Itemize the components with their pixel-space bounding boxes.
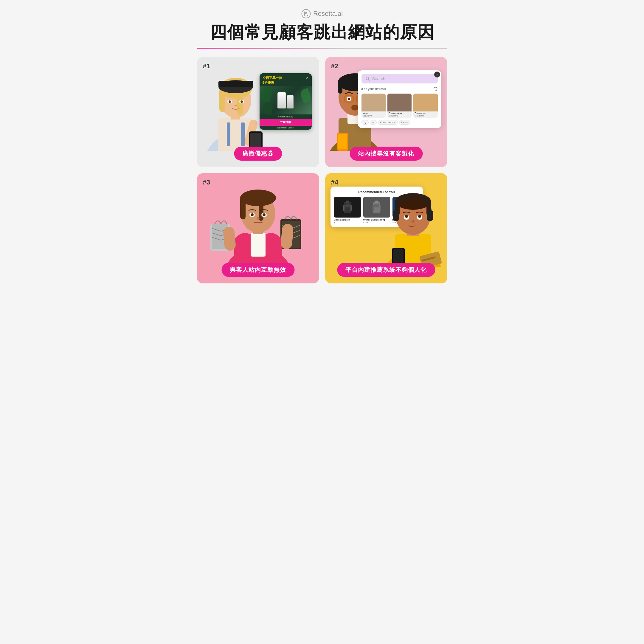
rec-product-1-price: $551 [334, 221, 361, 224]
svg-line-39 [368, 80, 370, 81]
svg-rect-65 [373, 205, 374, 211]
rec-item-2-img [387, 94, 412, 111]
search-bar[interactable]: Search × [361, 74, 438, 83]
leaf-deco-1 [260, 86, 274, 104]
popup-ad-title: 今日下單一律 9折優惠 [263, 76, 282, 85]
rec-item-1-price: NT$2,000 [361, 115, 386, 118]
popup-series: New Mask Series [260, 126, 312, 130]
logo-text: Rosetta.ai [313, 10, 343, 18]
rec-product-1-img [334, 197, 361, 218]
card-4-number: #4 [331, 179, 338, 186]
refresh-icon [433, 86, 438, 91]
card-2-number: #2 [331, 62, 338, 70]
svg-rect-58 [344, 202, 351, 213]
card-1-inner: #1 [197, 57, 319, 167]
logo-icon [301, 9, 311, 18]
rec-header: d on your interests [361, 86, 438, 91]
svg-point-55 [257, 217, 260, 220]
card-3-inner: #3 [197, 173, 319, 283]
tag-cotton: Cotton Hoodie [378, 120, 398, 125]
search-icon [365, 76, 370, 81]
card-1: #1 [197, 57, 319, 167]
svg-rect-27 [338, 82, 342, 94]
svg-rect-61 [350, 205, 352, 211]
card-4: #4 Recommended For You [325, 173, 447, 283]
popup-brand: Forest Beauty [260, 114, 312, 119]
svg-point-14 [240, 100, 243, 103]
main-title: 四個常見顧客跳出網站的原因 [197, 23, 447, 42]
rec-product-1: Black Backpack $551 [334, 197, 361, 223]
svg-rect-59 [346, 201, 349, 203]
rec-item-3-price: NT$2,000 [413, 115, 437, 118]
svg-rect-7 [219, 88, 225, 112]
svg-point-84 [405, 215, 408, 218]
card-1-number: #1 [203, 62, 210, 70]
tag-ng: ng [361, 120, 369, 125]
rec-item-3-img [413, 94, 437, 111]
bottle-2 [287, 95, 294, 108]
person-3-container [204, 173, 312, 267]
card-2-label: 站內搜尋沒有客製化 [350, 147, 423, 161]
person-4-container [374, 173, 447, 267]
rec-item-2-price: NT$2,000 [387, 115, 412, 118]
leaf-deco-3 [263, 102, 273, 115]
rec-item-1-name: name [361, 111, 386, 115]
header: Rosetta.ai 四個常見顧客跳出網站的原因 [197, 9, 447, 42]
rec-item-1-img [361, 94, 386, 111]
search-close-button[interactable]: × [434, 72, 440, 77]
card-4-inner: #4 Recommended For You [325, 173, 447, 283]
svg-rect-10 [218, 81, 253, 87]
popup-ad-image [260, 86, 312, 114]
svg-rect-49 [240, 197, 246, 219]
svg-point-85 [418, 215, 421, 218]
rec-item-1: name NT$2,000 [361, 94, 386, 118]
card-3-label: 與客人站內互動無效 [221, 263, 294, 277]
rec-product-1-name: Black Backpack [334, 219, 361, 221]
person-3-svg [204, 173, 312, 267]
card-grid: #1 [197, 57, 447, 283]
bottle-1 [277, 92, 286, 108]
tag-dress: Dress [399, 120, 410, 125]
popup-cta-button[interactable]: 立即搶購 [260, 119, 312, 126]
rec-item-2: Product name NT$2,000 [387, 94, 412, 118]
tag-row: ng al Cotton Hoodie Dress [361, 120, 438, 125]
title-divider [197, 48, 447, 49]
leaf-deco-2 [299, 88, 312, 104]
svg-point-1 [307, 15, 308, 16]
svg-rect-45 [251, 233, 266, 257]
svg-rect-19 [227, 122, 230, 146]
rec-product-grid: name NT$2,000 Product name NT$2,000 Prod… [361, 94, 438, 118]
svg-rect-62 [345, 204, 350, 207]
svg-rect-37 [338, 134, 347, 149]
svg-point-38 [366, 77, 368, 80]
popup-ad: 今日下單一律 9折優惠 × [260, 73, 312, 130]
svg-point-13 [229, 100, 231, 103]
svg-point-53 [251, 213, 254, 216]
rec-item-3-name: Product n... [413, 111, 437, 115]
person-4-svg [374, 173, 447, 267]
popup-ad-header: 今日下單一律 9折優惠 × [260, 73, 312, 86]
card-4-label: 平台內建推薦系統不夠個人化 [337, 263, 435, 277]
search-widget: Search × d on your interests [358, 70, 441, 128]
card-3: #3 [197, 173, 319, 283]
svg-rect-20 [241, 122, 245, 146]
product-bottles [277, 92, 294, 108]
card-1-label: 廣撒優惠券 [234, 147, 282, 161]
svg-rect-81 [427, 210, 433, 221]
rec-item-3: Product n... NT$2,000 [413, 94, 437, 118]
svg-rect-80 [393, 210, 399, 221]
search-placeholder: Search [372, 76, 434, 81]
tag-al: al [370, 120, 376, 125]
svg-point-86 [412, 220, 415, 223]
svg-point-54 [263, 213, 266, 216]
popup-close-icon[interactable]: × [306, 76, 308, 80]
svg-point-33 [348, 98, 350, 100]
page: Rosetta.ai 四個常見顧客跳出網站的原因 #1 [188, 0, 456, 295]
svg-point-35 [351, 105, 359, 111]
rec-item-2-name: Product name [387, 111, 412, 115]
svg-point-15 [235, 105, 237, 106]
logo-area: Rosetta.ai [197, 9, 447, 18]
card-3-number: #3 [203, 179, 210, 186]
card-2-inner: #2 [325, 57, 447, 167]
backpack-1-icon [342, 199, 353, 215]
